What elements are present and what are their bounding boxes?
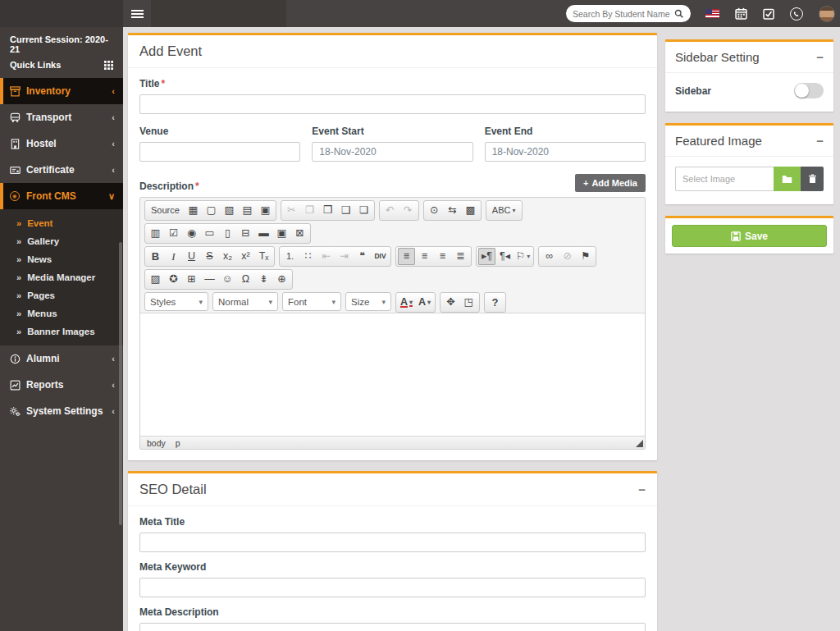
sidebar-item-hostel[interactable]: Hostel ‹ xyxy=(0,130,123,157)
save-button[interactable]: Save xyxy=(672,225,827,247)
path-body[interactable]: body xyxy=(147,438,166,448)
undo-icon[interactable]: ↶ xyxy=(381,202,399,219)
show-blocks-icon[interactable]: ◳ xyxy=(460,294,477,311)
sidebar-subitem-media-manager[interactable]: » Media Manager xyxy=(0,268,123,286)
preview-icon[interactable]: ▧ xyxy=(221,202,238,219)
indent-icon[interactable]: ⇥ xyxy=(336,248,353,265)
calendar-icon[interactable] xyxy=(735,7,747,20)
search-icon[interactable] xyxy=(674,9,684,19)
select-image-input[interactable] xyxy=(675,167,774,191)
spell-check-icon[interactable]: ABC xyxy=(488,202,520,219)
align-justify-icon[interactable]: ≣ xyxy=(452,248,469,265)
sidebar-subitem-news[interactable]: » News xyxy=(0,250,123,268)
whatsapp-icon[interactable] xyxy=(790,7,803,21)
iframe-icon[interactable]: ⊕ xyxy=(273,271,290,288)
size-select[interactable]: Size▾ xyxy=(345,292,391,311)
image-button-icon[interactable]: ▣ xyxy=(273,225,290,242)
horizontal-rule-icon[interactable]: ― xyxy=(201,271,218,288)
text-field-icon[interactable]: ▭ xyxy=(201,225,218,242)
sidebar-subitem-banner-images[interactable]: » Banner Images xyxy=(0,322,123,341)
event-title-input[interactable] xyxy=(139,94,646,114)
numbered-list-icon[interactable]: 1. xyxy=(281,248,299,265)
align-left-icon[interactable]: ≡ xyxy=(398,248,415,265)
radio-icon[interactable]: ◉ xyxy=(183,225,200,242)
sidebar-subitem-menus[interactable]: » Menus xyxy=(0,304,123,322)
page-break-icon[interactable]: ⇟ xyxy=(255,271,272,288)
form-icon[interactable]: ▥ xyxy=(147,225,164,242)
resize-handle[interactable] xyxy=(636,440,643,447)
sidebar-item-system-settings[interactable]: System Settings ‹ xyxy=(0,398,123,424)
redo-icon[interactable]: ↷ xyxy=(399,202,417,219)
div-container-icon[interactable]: DIV xyxy=(372,248,389,265)
sidebar-item-transport[interactable]: Transport ‹ xyxy=(0,104,123,130)
collapse-icon[interactable]: − xyxy=(816,135,824,147)
tasks-icon[interactable] xyxy=(763,8,774,20)
rtl-icon[interactable]: ¶◂ xyxy=(496,248,514,265)
select-all-icon[interactable]: ▩ xyxy=(462,202,479,219)
sidebar-subitem-event[interactable]: » Event xyxy=(0,214,123,232)
editor-content-area[interactable] xyxy=(140,313,645,436)
strikethrough-icon[interactable]: S xyxy=(201,248,218,265)
paragraph-format-select[interactable]: Normal▾ xyxy=(212,292,278,311)
sidebar-toggle-switch[interactable] xyxy=(794,83,824,98)
sidebar-toggle-button[interactable] xyxy=(123,0,151,27)
bulleted-list-icon[interactable]: ∷ xyxy=(299,248,317,265)
button-icon[interactable]: ▬ xyxy=(255,225,272,242)
save-doc-icon[interactable]: ▦ xyxy=(185,202,202,219)
textarea-icon[interactable]: ▯ xyxy=(219,225,236,242)
collapse-icon[interactable]: − xyxy=(638,483,646,496)
print-icon[interactable]: ▤ xyxy=(239,202,256,219)
hidden-field-icon[interactable]: ⊠ xyxy=(291,225,308,242)
venue-input[interactable] xyxy=(139,142,300,162)
find-icon[interactable]: ⊙ xyxy=(426,202,443,219)
sidebar-item-certificate[interactable]: Certificate ‹ xyxy=(0,157,123,183)
language-icon[interactable]: ⚐ xyxy=(514,248,532,265)
sidebar-item-alumni[interactable]: Alumni ‹ xyxy=(0,345,123,372)
meta-title-input[interactable] xyxy=(139,533,646,552)
student-search[interactable] xyxy=(566,5,691,22)
italic-icon[interactable]: I xyxy=(165,248,182,265)
bg-color-icon[interactable]: A xyxy=(416,294,433,311)
special-char-icon[interactable]: Ω xyxy=(237,271,254,288)
outdent-icon[interactable]: ⇤ xyxy=(317,248,335,265)
sidebar-item-reports[interactable]: Reports ‹ xyxy=(0,372,123,398)
event-start-input[interactable] xyxy=(312,142,472,162)
image-icon[interactable]: ▨ xyxy=(147,271,164,288)
sidebar-scrollbar[interactable] xyxy=(119,242,122,525)
ltr-icon[interactable]: ▸¶ xyxy=(478,248,495,265)
language-flag-icon[interactable] xyxy=(705,9,719,18)
flash-icon[interactable]: ✪ xyxy=(165,271,182,288)
sidebar-subitem-pages[interactable]: » Pages xyxy=(0,286,123,304)
remove-image-button[interactable] xyxy=(801,167,824,191)
checkbox-icon[interactable]: ☑ xyxy=(165,225,182,242)
styles-select[interactable]: Styles▾ xyxy=(144,292,208,311)
sidebar-subitem-gallery[interactable]: » Gallery xyxy=(0,232,123,250)
paste-word-icon[interactable]: ❏ xyxy=(355,202,372,219)
align-center-icon[interactable]: ≡ xyxy=(416,248,433,265)
add-media-button[interactable]: + Add Media xyxy=(575,174,646,192)
copy-icon[interactable]: ❐ xyxy=(301,202,318,219)
unlink-icon[interactable]: ⊘ xyxy=(559,248,576,265)
about-icon[interactable]: ? xyxy=(486,294,504,311)
underline-icon[interactable]: U xyxy=(183,248,200,265)
collapse-icon[interactable]: − xyxy=(816,51,824,63)
anchor-icon[interactable]: ⚑ xyxy=(577,248,594,265)
smiley-icon[interactable]: ☺ xyxy=(219,271,236,288)
event-end-input[interactable] xyxy=(485,142,646,162)
font-select[interactable]: Font▾ xyxy=(282,292,341,311)
search-input[interactable] xyxy=(573,9,674,19)
meta-description-textarea[interactable] xyxy=(139,623,646,631)
source-button[interactable]: Source xyxy=(147,202,184,219)
remove-format-icon[interactable]: Tₓ xyxy=(255,248,272,265)
table-icon[interactable]: ⊞ xyxy=(183,271,200,288)
replace-icon[interactable]: ⇆ xyxy=(444,202,461,219)
text-color-icon[interactable]: A xyxy=(398,294,415,311)
user-avatar[interactable] xyxy=(819,6,835,22)
select-field-icon[interactable]: ⊟ xyxy=(237,225,254,242)
bold-icon[interactable]: B xyxy=(147,248,164,265)
new-page-icon[interactable]: ▢ xyxy=(203,202,220,219)
blockquote-icon[interactable]: ❝ xyxy=(354,248,371,265)
sidebar-item-front-cms[interactable]: ✳ Front CMS ∨ xyxy=(0,183,123,209)
maximize-icon[interactable]: ✥ xyxy=(442,294,459,311)
link-icon[interactable]: ∞ xyxy=(541,248,558,265)
